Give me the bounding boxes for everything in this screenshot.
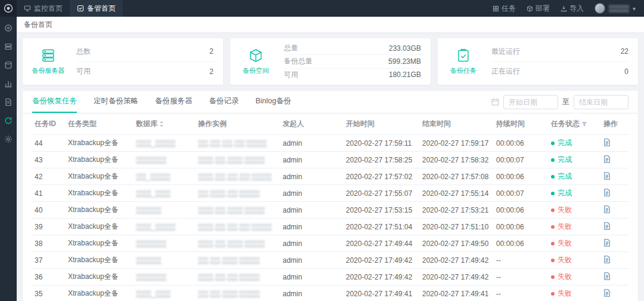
status-text: 失败 [558, 205, 572, 214]
stat-label: 总数 [76, 47, 91, 57]
sidebar-item-dashboard[interactable] [2, 23, 14, 33]
col-actions: 操作 [601, 113, 628, 135]
log-icon[interactable] [603, 222, 611, 230]
deploy-button[interactable]: 部署 [527, 4, 550, 14]
card-backup-tasks: 备份任务 最近运行 22 正在运行 0 [438, 38, 638, 85]
table-row[interactable]: 37 Xtrabackup全备 ▒▒▒▒▒ ▒▒.▒▒.▒▒▒:▒▒▒▒ adm… [32, 252, 628, 269]
sidebar-item-backup[interactable] [2, 115, 14, 126]
log-icon[interactable] [603, 172, 611, 180]
filter-icon[interactable] [581, 121, 587, 127]
cell-start-time: 2020-02-27 17:58:25 [343, 152, 420, 168]
table-row[interactable]: 35 Xtrabackup全备 ▒▒▒_▒▒▒ ▒▒.▒▒.▒▒▒:▒▒▒▒ a… [32, 285, 628, 301]
table-row[interactable]: 36 Xtrabackup全备 ▒▒▒▒▒▒ ▒▒▒.▒▒.▒▒:▒▒▒▒ ad… [32, 269, 628, 285]
cell-task-id: 41 [32, 185, 66, 202]
cell-task-type: Xtrabackup全备 [66, 285, 134, 301]
log-icon[interactable] [603, 205, 611, 213]
server-icon [4, 42, 13, 51]
log-icon[interactable] [603, 272, 611, 280]
tab-backup-records[interactable]: 备份记录 [209, 91, 239, 113]
cell-start-time: 2020-02-27 17:57:02 [343, 168, 420, 185]
cell-database: ▒▒▒_▒▒▒ [134, 185, 196, 202]
table-row[interactable]: 42 Xtrabackup全备 ▒▒_▒▒▒▒ ▒▒▒.▒▒.▒▒.▒▒:▒▒▒… [32, 168, 628, 185]
cell-actions [601, 235, 628, 252]
status-dot [551, 259, 555, 262]
status-text: 完成 [558, 172, 572, 180]
cell-task-type: Xtrabackup全备 [66, 202, 134, 219]
table-row[interactable]: 38 Xtrabackup全备 ▒▒▒▒▒▒ ▒▒▒.▒▒.▒▒▒:▒▒▒▒ a… [32, 235, 628, 252]
col-end-time: 结束时间 [420, 113, 494, 135]
col-task-type: 任务类型 [66, 113, 134, 135]
table-row[interactable]: 40 Xtrabackup全备 ▒▒▒▒▒ ▒▒▒.▒▒.▒▒▒:▒▒▒▒ ad… [32, 202, 628, 219]
task-table-wrap: 任务ID 任务类型 数据库 操作实例 发起人 开始时间 结束时间 持续时间 任务… [23, 113, 638, 301]
cell-task-type: Xtrabackup全备 [66, 168, 134, 185]
cell-end-time: 2020-02-27 17:57:08 [420, 168, 494, 185]
user-menu[interactable]: ▒▒▒▒ ▾ [595, 3, 636, 14]
topbar-nav: 监控首页 备管首页 [17, 0, 123, 17]
col-database[interactable]: 数据库 [134, 113, 196, 135]
log-icon[interactable] [603, 289, 611, 297]
tab-backup-restore-tasks[interactable]: 备份恢复任务 [32, 91, 77, 113]
log-icon[interactable] [603, 239, 611, 247]
tasks-icon [493, 5, 499, 12]
avatar [595, 3, 605, 14]
end-date-input[interactable] [574, 95, 628, 109]
topbar-right: 任务 部署 导入 ▒▒▒▒ ▾ [493, 3, 644, 14]
sort-icon[interactable] [159, 121, 164, 127]
cell-actions [601, 285, 628, 301]
main-content: 备份首页 备份服务器 总数 2 可用 2 [17, 17, 644, 301]
cell-task-type: Xtrabackup全备 [66, 185, 134, 202]
card-stat-row: 正在运行 0 [491, 62, 628, 82]
cell-initiator: admin [280, 152, 343, 168]
card-stat-row: 备份总量 599.23MB [284, 54, 421, 67]
stat-label: 正在运行 [491, 66, 520, 76]
tasks-button[interactable]: 任务 [493, 4, 516, 14]
card-rows: 总量 233.03GB 备份总量 599.23MB 可用 180.21GB [281, 38, 431, 85]
status-text: 完成 [558, 155, 572, 164]
cell-duration: 00:00:06 [494, 135, 549, 152]
chart-icon [4, 79, 13, 88]
cell-end-time: 2020-02-27 17:49:42 [420, 252, 494, 269]
status-text: 完成 [558, 139, 572, 147]
sidebar-item-databases[interactable] [2, 60, 14, 70]
log-icon[interactable] [603, 139, 611, 146]
document-icon [4, 98, 13, 106]
card-title: 备份服务器 [32, 66, 65, 75]
stat-value: 22 [621, 47, 628, 56]
col-status[interactable]: 任务状态 [549, 113, 601, 135]
card-backup-space: 备份空间 总量 233.03GB 备份总量 599.23MB 可用 180.21… [230, 38, 431, 85]
start-date-input[interactable] [503, 95, 558, 109]
col-start-time: 开始时间 [343, 113, 420, 135]
cell-database: ▒▒▒▒▒▒ [134, 235, 196, 252]
table-row[interactable]: 43 Xtrabackup全备 ▒▒▒▒▒▒ ▒▒▒.▒▒.▒▒▒:▒▒▒▒ a… [32, 152, 628, 168]
tab-binlog-backup[interactable]: Binlog备份 [256, 91, 292, 113]
task-table-head: 任务ID 任务类型 数据库 操作实例 发起人 开始时间 结束时间 持续时间 任务… [32, 113, 628, 135]
nav-monitor-home[interactable]: 监控首页 [17, 0, 70, 17]
table-row[interactable]: 39 Xtrabackup全备 ▒▒▒_▒▒▒▒ ▒▒▒.▒▒.▒▒.▒▒:▒▒… [32, 219, 628, 235]
tab-backup-servers[interactable]: 备份服务器 [155, 91, 193, 113]
sidebar-item-documents[interactable] [2, 97, 14, 108]
table-row[interactable]: 41 Xtrabackup全备 ▒▒▒_▒▒▒ ▒▒.▒▒▒.▒▒:▒▒▒▒ a… [32, 185, 628, 202]
app-logo[interactable] [0, 0, 17, 17]
cell-duration: 00:00:06 [494, 168, 549, 185]
card-backup-servers: 备份服务器 总数 2 可用 2 [23, 38, 223, 85]
col-initiator: 发起人 [280, 113, 343, 135]
sidebar-item-settings[interactable] [2, 134, 14, 145]
cell-end-time: 2020-02-27 17:53:21 [420, 202, 494, 219]
log-icon[interactable] [603, 155, 611, 163]
cell-start-time: 2020-02-27 17:53:15 [343, 202, 420, 219]
cell-status: 失败 [549, 269, 601, 285]
nav-backup-home[interactable]: 备管首页 [70, 0, 123, 17]
stat-value: 599.23MB [388, 57, 421, 66]
status-dot [551, 292, 555, 296]
cell-duration: -- [494, 285, 549, 301]
topbar: 监控首页 备管首页 任务 部署 导入 [0, 0, 644, 17]
sidebar-item-charts[interactable] [2, 78, 14, 89]
deploy-icon [527, 5, 533, 12]
sidebar-item-servers[interactable] [2, 41, 14, 52]
log-icon[interactable] [603, 256, 611, 263]
import-button[interactable]: 导入 [561, 4, 584, 14]
cell-initiator: admin [280, 269, 343, 285]
log-icon[interactable] [603, 189, 611, 196]
tab-scheduled-backup-policy[interactable]: 定时备份策略 [94, 91, 138, 113]
table-row[interactable]: 44 Xtrabackup全备 ▒▒▒_▒▒▒▒ ▒▒.▒▒.▒▒.▒▒:▒▒▒… [32, 135, 628, 152]
